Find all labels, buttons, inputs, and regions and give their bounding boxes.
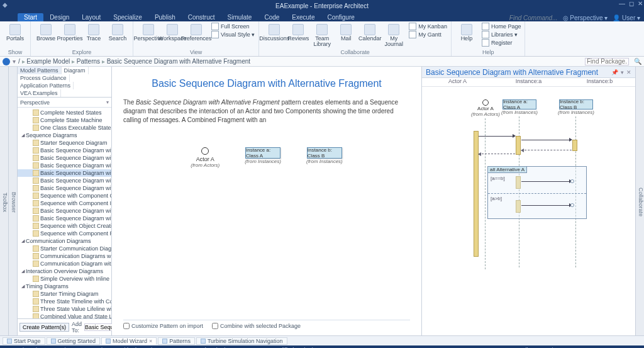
breadcrumb-item[interactable]: Patterns: [77, 58, 100, 65]
ribbon-discussions-button[interactable]: Discussions: [263, 23, 286, 48]
menu-tab-start[interactable]: Start: [18, 13, 43, 21]
tree-item[interactable]: Starter Timing Diagram: [18, 290, 111, 298]
find-command-input[interactable]: Find Command...: [509, 14, 558, 21]
perspective-menu[interactable]: ◎ Perspective ▾: [563, 14, 608, 21]
message-arrow[interactable]: [479, 136, 515, 137]
tree-item[interactable]: Sequence with Object Creation...: [18, 222, 111, 230]
browser-sidetab[interactable]: Browser: [9, 67, 18, 335]
ribbon-reviews-button[interactable]: Reviews: [287, 23, 309, 48]
leftpane-tab-vea-examples[interactable]: VEA Examples: [18, 89, 61, 97]
tree-item[interactable]: Basic Sequence Diagram with ...: [18, 184, 111, 192]
tree-item[interactable]: Sequence with Component Inst...: [18, 199, 111, 207]
tree-item[interactable]: Basic Sequence Diagram with ...: [18, 154, 111, 162]
bottom-tab-patterns[interactable]: Patterns: [158, 337, 195, 345]
close-pane-icon[interactable]: ✕: [626, 69, 631, 76]
customize-checkbox[interactable]: Customize Pattern on import: [123, 323, 203, 329]
collaborate-sidetab[interactable]: Collaborate: [635, 67, 644, 335]
ribbon-option-home-page[interactable]: Home Page: [482, 23, 521, 30]
tree-item[interactable]: Basic Sequence Diagram with ...: [18, 162, 111, 169]
tree-group[interactable]: Sequence Diagrams: [18, 132, 111, 139]
user-menu[interactable]: 👤 User ▾: [613, 14, 640, 21]
bottom-tab-model-wizard[interactable]: Model Wizard ×: [101, 337, 157, 345]
minimize-icon[interactable]: —: [619, 0, 625, 7]
menu-tab-code[interactable]: Code: [258, 13, 286, 21]
alt-fragment[interactable]: alt Alternative A [a==b] [a>b]: [487, 166, 587, 219]
ribbon-team-library-button[interactable]: Team Library: [311, 23, 333, 48]
tree-item[interactable]: Communication Diagrams with ...: [18, 252, 111, 260]
ribbon-preferences-button[interactable]: Preferences: [185, 23, 208, 48]
sequence-canvas[interactable]: Actor A (from Actors) Instance a: Class …: [422, 87, 635, 335]
tree-item[interactable]: Basic Sequence Diagram with ...: [18, 147, 111, 154]
tree-item[interactable]: Basic Sequence Diagram with ...: [18, 177, 111, 184]
lifeline-box[interactable]: Instance a: Class A: [502, 99, 536, 109]
tree-item[interactable]: Starter Communication Diagram: [18, 245, 111, 252]
tree-item[interactable]: Three State Timeline with Cons...: [18, 298, 111, 305]
ribbon-option-my-gantt[interactable]: My Gantt: [409, 31, 447, 38]
ribbon-workspace-button[interactable]: Workspace: [161, 23, 184, 48]
ribbon-portals-button[interactable]: Portals: [4, 23, 26, 48]
ribbon-option-full-screen[interactable]: Full Screen: [211, 23, 255, 30]
bottom-tab-start-page[interactable]: Start Page: [3, 337, 45, 345]
ribbon-mail-button[interactable]: Mail: [335, 23, 357, 48]
ribbon-properties-button[interactable]: Properties: [58, 23, 81, 48]
tree-item[interactable]: Basic Sequence Diagram with ...: [18, 207, 111, 215]
leftpane-tab-application-patterns[interactable]: Application Patterns: [18, 82, 74, 89]
tree-item[interactable]: Sequence with Component Port...: [18, 230, 111, 237]
ribbon-option-register[interactable]: Register: [482, 39, 521, 47]
ribbon-my-journal-button[interactable]: My Journal: [382, 23, 405, 48]
tree-item[interactable]: Three State Value Lifeline with...: [18, 305, 111, 313]
toolbox-sidetab[interactable]: Toolbox: [0, 67, 9, 335]
tree-item[interactable]: Complete State Machine: [18, 116, 111, 124]
menu-tab-publish[interactable]: Publish: [148, 13, 182, 21]
breadcrumb-item[interactable]: Example Model: [26, 58, 70, 65]
message-arrow[interactable]: [521, 140, 572, 140]
tree-item[interactable]: Simple Overview with Inline Int...: [18, 275, 111, 283]
ribbon-option-libraries-[interactable]: Libraries ▾: [482, 31, 521, 38]
ribbon-browse-button[interactable]: Browse: [35, 23, 57, 48]
close-icon[interactable]: ✕: [638, 0, 643, 7]
ribbon-calendar-button[interactable]: Calendar: [358, 23, 381, 48]
leftpane-tab-process-guidance[interactable]: Process Guidance: [18, 74, 70, 82]
search-icon[interactable]: 🔍: [634, 58, 641, 65]
menu-tab-specialize[interactable]: Specialize: [107, 13, 148, 21]
tree-group[interactable]: Interaction Overview Diagrams: [18, 267, 111, 275]
message-arrow[interactable]: [521, 181, 572, 182]
tree-item[interactable]: Complete Nested States: [18, 109, 111, 116]
combine-checkbox[interactable]: Combine with selected Package: [212, 323, 301, 329]
tree-item[interactable]: Basic Sequence Diagram with ...: [18, 169, 111, 177]
tree-item[interactable]: Communication Diagram with T...: [18, 260, 111, 267]
menu-tab-layout[interactable]: Layout: [75, 13, 107, 21]
menu-tab-design[interactable]: Design: [43, 13, 75, 21]
perspective-dropdown[interactable]: Perspective: [18, 98, 111, 108]
breadcrumb-item[interactable]: Basic Sequence Diagram with Alternative …: [107, 58, 250, 65]
leftpane-tab-diagram[interactable]: Diagram: [62, 67, 89, 74]
menu-tab-configure[interactable]: Configure: [321, 13, 360, 21]
tree-item[interactable]: Basic Sequence Diagram with ...: [18, 215, 111, 222]
tree-group[interactable]: Communication Diagrams: [18, 237, 111, 245]
pin-icon[interactable]: 📌: [611, 69, 618, 76]
menu-tab-execute[interactable]: Execute: [286, 13, 321, 21]
nav-dropdown-icon[interactable]: ▾: [13, 58, 16, 65]
leftpane-tab-model-patterns[interactable]: Model Patterns: [18, 67, 62, 74]
create-pattern-button[interactable]: Create Pattern(s): [19, 323, 69, 332]
return-arrow[interactable]: [479, 154, 515, 154]
ribbon-perspective-button[interactable]: Perspective: [137, 23, 160, 48]
message-arrow[interactable]: [521, 205, 572, 206]
tree-group[interactable]: Timing Diagrams: [18, 283, 111, 290]
menu-tab-simulate[interactable]: Simulate: [221, 13, 258, 21]
tree-item[interactable]: Combined Value and State Life...: [18, 313, 111, 318]
dropdown-icon[interactable]: ▾: [621, 69, 624, 76]
menu-tab-construct[interactable]: Construct: [182, 13, 221, 21]
bottom-tab-getting-started[interactable]: Getting Started: [47, 337, 101, 345]
return-arrow[interactable]: [521, 150, 572, 150]
ribbon-option-visual-style-[interactable]: Visual Style ▾: [211, 31, 255, 38]
nav-back-button[interactable]: [3, 58, 10, 65]
ribbon-help-button[interactable]: Help: [455, 23, 478, 48]
ribbon-option-my-kanban[interactable]: My Kanban: [409, 23, 447, 30]
ribbon-trace-button[interactable]: Trace: [82, 23, 105, 48]
lifeline-box[interactable]: Instance b: Class B: [559, 99, 593, 109]
tree-item[interactable]: Sequence with Component Cla...: [18, 192, 111, 199]
tree-item[interactable]: Starter Sequence Diagram: [18, 139, 111, 147]
tree-item[interactable]: One Class Executable State Ma...: [18, 124, 111, 132]
ribbon-search-button[interactable]: Search: [106, 23, 129, 48]
